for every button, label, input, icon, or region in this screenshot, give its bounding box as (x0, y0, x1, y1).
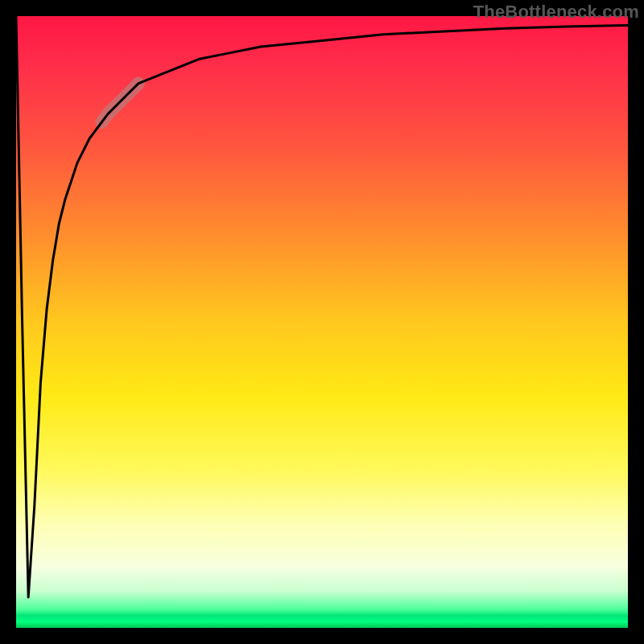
chart-frame: TheBottleneck.com (0, 0, 644, 644)
bottleneck-curve (16, 16, 628, 597)
watermark-text: TheBottleneck.com (473, 2, 639, 23)
plot-area (16, 16, 628, 628)
curve-layer (16, 16, 628, 628)
